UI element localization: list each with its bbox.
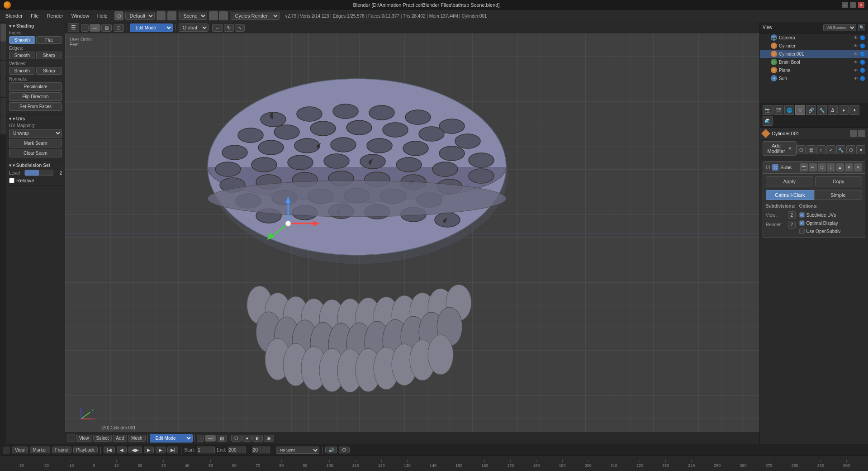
link-btn[interactable]	[858, 130, 865, 137]
uv-mapping-select[interactable]: Unwrap Smart UV Project Lightmap Pack	[9, 129, 62, 138]
mod-icon4[interactable]: ✓	[826, 145, 835, 154]
minimize-button[interactable]: ─	[842, 2, 848, 8]
scene-add-btn[interactable]	[209, 11, 218, 20]
scene-select[interactable]: Scene	[179, 12, 207, 20]
current-frame-input[interactable]	[252, 447, 270, 453]
audio-mute-btn[interactable]: 🔊	[325, 447, 337, 453]
layout-mode-select[interactable]: Default	[125, 12, 155, 20]
camera-render-btn[interactable]: 🔵	[860, 35, 865, 40]
mod-icon1[interactable]: ⬡	[797, 145, 806, 154]
outliner-item-camera[interactable]: 📷 Camera 👁 🔵	[760, 33, 868, 42]
scene-props-btn[interactable]: 🎬	[773, 105, 783, 115]
outliner-item-plane[interactable]: ▽ Plane 👁 🔵	[760, 66, 868, 74]
add-modifier-btn[interactable]: Add Modifier ▼	[763, 141, 797, 156]
play-btn[interactable]: ▶	[144, 447, 154, 453]
menu-item-window[interactable]: Window	[68, 12, 93, 19]
3d-print-tab[interactable]	[0, 116, 6, 134]
mod-cage-btn[interactable]: ⬡	[818, 163, 826, 171]
timeline-ruler[interactable]: -30 -20 -10 0 10 20 30 40 50 60 70 80 90…	[0, 456, 868, 471]
subdivision-header[interactable]: ▾ ▾ Subdivision Set	[9, 163, 62, 168]
prev-keyframe-btn[interactable]: ◀	[117, 447, 127, 453]
menu-item-blender[interactable]: Blender	[2, 12, 26, 19]
grease-pencil-tab[interactable]	[0, 61, 6, 79]
outliner-item-cylinder001[interactable]: ▽ Cylinder.001 👁 🔵	[760, 50, 868, 58]
timeline-playback-btn[interactable]: Playback	[73, 447, 98, 453]
clear-seam-btn[interactable]: Clear Seam	[9, 149, 62, 157]
viewport[interactable]: ☰ · — ▨ ⬡ Edit Mode Object Mode Sculpt M…	[65, 22, 759, 444]
smooth-verts-btn[interactable]: Smooth	[9, 67, 35, 75]
relative-checkbox[interactable]	[9, 178, 14, 183]
wireframe-btn[interactable]: ⬡	[231, 435, 242, 442]
sun-eye-btn[interactable]: 👁	[854, 76, 858, 81]
sun-render-btn[interactable]: 🔵	[860, 76, 865, 81]
viewport-mode-select[interactable]: Edit Mode Object Mode Sculpt Mode	[130, 24, 173, 32]
shading-btn[interactable]: ⬡	[114, 24, 124, 32]
menu-item-file[interactable]: File	[27, 12, 43, 19]
level-slider[interactable]	[24, 170, 53, 176]
solid-btn[interactable]: ●	[242, 435, 251, 442]
face-select-btn[interactable]: ▨	[217, 435, 227, 442]
play-begin-btn[interactable]: |◀	[104, 447, 115, 453]
engine-select[interactable]: Cycles Render Blender Render Blender Gam…	[231, 12, 280, 20]
point-mode-btn[interactable]: ·	[81, 24, 89, 32]
menu-item-render[interactable]: Render	[43, 12, 67, 19]
material-btn[interactable]: ◐	[252, 435, 263, 442]
cylinder-eye-btn[interactable]: 👁	[854, 43, 858, 48]
timeline-frame-btn[interactable]: Frame	[52, 447, 71, 453]
catmull-clark-btn[interactable]: Catmull-Clark	[766, 190, 814, 200]
copy-btn[interactable]: Copy	[815, 176, 863, 186]
mod-expand-btn[interactable]: ↕	[827, 163, 835, 171]
mod-icon6[interactable]: ⬡	[846, 145, 855, 154]
uvs-header[interactable]: ▾ ▾ UVs	[9, 116, 62, 121]
misc-tab[interactable]	[0, 79, 6, 97]
flip-direction-btn[interactable]: Flip Direction	[9, 92, 62, 101]
simple-btn[interactable]: Simple	[814, 190, 863, 200]
mod-icon5[interactable]: 🔧	[836, 145, 845, 154]
set-from-faces-btn[interactable]: Set From Faces	[9, 102, 62, 111]
render-props-btn[interactable]: 📷	[763, 105, 773, 115]
viewport-3d[interactable]	[65, 33, 759, 432]
next-keyframe-btn[interactable]: ▶	[156, 447, 166, 453]
outliner-scene-select[interactable]: All Scenes	[823, 24, 856, 31]
select-btn[interactable]: Select	[93, 435, 112, 442]
sync-btn[interactable]: ⏱	[339, 447, 350, 453]
view-value[interactable]: 2	[788, 211, 796, 219]
mod-visible-btn[interactable]: ☑	[766, 165, 770, 171]
timeline-marker-btn[interactable]: Marker	[30, 447, 50, 453]
add-btn[interactable]: Add	[113, 435, 127, 442]
mod-delete-btn[interactable]: ✕	[854, 163, 862, 171]
physics-btn[interactable]: 🌊	[763, 116, 773, 126]
smooth-edges-btn[interactable]: Smooth	[9, 52, 35, 59]
transform-select[interactable]: Global Local Normal	[179, 24, 209, 32]
sharp-verts-btn[interactable]: Sharp	[36, 67, 62, 75]
plane-eye-btn[interactable]: 👁	[854, 68, 858, 73]
shading-header[interactable]: ▾ ▾ Shading	[9, 24, 62, 29]
mesh-btn[interactable]: Mesh	[128, 435, 145, 442]
options-tab[interactable]	[0, 42, 6, 60]
recalculate-btn[interactable]: Recalculate	[9, 82, 62, 91]
view-btn[interactable]: View	[76, 435, 92, 442]
use-opensubdiv-checkbox[interactable]	[799, 228, 805, 234]
close-button[interactable]: ✕	[858, 2, 864, 8]
sync-select[interactable]: No Sync Frame Dropping Sync to Audio	[276, 447, 319, 454]
vertex-select-btn[interactable]: ·	[197, 435, 204, 442]
mark-seam-btn[interactable]: Mark Seam	[9, 139, 62, 147]
edit-mode-select[interactable]: Edit Mode Object Mode	[150, 434, 193, 442]
plane-render-btn[interactable]: 🔵	[860, 68, 865, 73]
cylinder001-eye-btn[interactable]: 👁	[854, 52, 858, 57]
object-props-btn[interactable]: ▽	[795, 105, 805, 115]
edge-select-btn[interactable]: —	[205, 435, 216, 442]
rotate-btn[interactable]: ↻	[224, 24, 234, 32]
mod-render-btn[interactable]: 📷	[800, 163, 808, 171]
sharp-edges-btn[interactable]: Sharp	[36, 52, 62, 59]
fake-user-btn[interactable]	[850, 130, 857, 137]
optimal-display-checkbox[interactable]: ✓	[799, 220, 805, 226]
tools-tab[interactable]	[0, 24, 6, 42]
render-value[interactable]: 2	[788, 221, 796, 228]
outliner-search-btn[interactable]: 🔍	[858, 24, 865, 31]
end-frame-input[interactable]	[228, 447, 246, 453]
world-props-btn[interactable]: 🌐	[784, 105, 794, 115]
cylinder001-render-btn[interactable]: 🔵	[860, 52, 865, 57]
particles-btn[interactable]: ✦	[849, 105, 859, 115]
maximize-button[interactable]: □	[850, 2, 856, 8]
